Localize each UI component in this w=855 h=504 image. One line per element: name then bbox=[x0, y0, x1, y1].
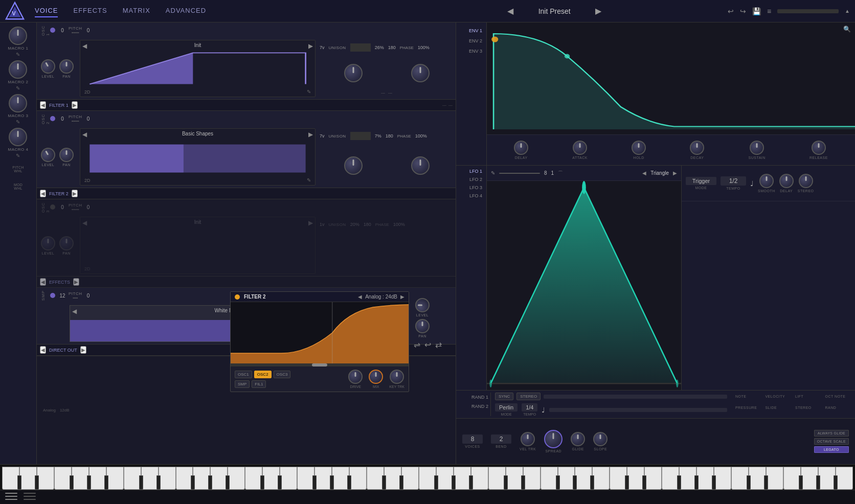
white-key[interactable] bbox=[54, 467, 72, 490]
osc1-pitch-val[interactable]: 0 bbox=[58, 28, 66, 33]
spread-knob[interactable] bbox=[544, 430, 562, 448]
osc3-filter-prev[interactable]: ◀ bbox=[40, 278, 46, 286]
macro-2-knob[interactable] bbox=[9, 60, 27, 79]
black-key[interactable] bbox=[208, 475, 212, 490]
white-key[interactable] bbox=[297, 467, 314, 490]
filter-smp-btn[interactable]: SMP bbox=[235, 380, 250, 388]
smp-filter-prev[interactable]: ◀ bbox=[40, 346, 46, 354]
filter-osc1-btn[interactable]: OSC1 bbox=[235, 371, 252, 378]
tab-matrix[interactable]: MATRIX bbox=[123, 5, 150, 17]
black-key[interactable] bbox=[104, 475, 108, 490]
filter-active-dot[interactable] bbox=[235, 294, 240, 300]
white-key[interactable] bbox=[454, 467, 471, 490]
white-key[interactable] bbox=[2, 467, 19, 490]
smp-wave-prev[interactable]: ◀ bbox=[72, 308, 77, 315]
osc3-wave-next[interactable]: ▶ bbox=[308, 219, 313, 226]
always-glide-btn[interactable]: ALWAYS GLIDE bbox=[814, 430, 849, 437]
lfo-rate-a[interactable]: 8 bbox=[544, 170, 547, 176]
white-key[interactable] bbox=[367, 467, 384, 490]
osc2-level-knob[interactable] bbox=[38, 145, 58, 164]
preset-prev-button[interactable]: ◀ bbox=[507, 6, 513, 16]
white-key[interactable] bbox=[89, 467, 106, 490]
smp-pan-knob[interactable] bbox=[415, 319, 430, 333]
white-key[interactable] bbox=[210, 467, 228, 490]
env-sustain-knob[interactable] bbox=[750, 141, 764, 155]
black-key[interactable] bbox=[434, 475, 438, 490]
black-key[interactable] bbox=[799, 475, 803, 490]
white-key[interactable] bbox=[696, 467, 714, 490]
black-key[interactable] bbox=[816, 475, 820, 490]
lfo3-tab[interactable]: LFO 3 bbox=[458, 184, 484, 191]
lfo-shape-prev[interactable]: ◀ bbox=[642, 170, 646, 176]
env3-tab[interactable]: ENV 3 bbox=[458, 47, 484, 55]
osc2-unison-detune-knob[interactable] bbox=[344, 156, 363, 175]
black-key[interactable] bbox=[156, 475, 161, 490]
rand1-tab[interactable]: RAND 1 bbox=[462, 395, 488, 400]
osc1-pan-knob[interactable] bbox=[59, 59, 74, 74]
osc2-pitch2-val[interactable]: 0 bbox=[84, 116, 93, 122]
white-key[interactable] bbox=[575, 467, 592, 490]
osc1-wave-next[interactable]: ▶ bbox=[308, 42, 313, 50]
osc2-filter-prev[interactable]: ◀ bbox=[40, 190, 46, 197]
black-key[interactable] bbox=[87, 475, 91, 490]
smp-enable[interactable] bbox=[50, 293, 55, 298]
osc1-filter-prev[interactable]: ◀ bbox=[40, 101, 46, 109]
white-key[interactable] bbox=[506, 467, 523, 490]
white-key[interactable] bbox=[280, 467, 297, 490]
macro-3-edit-icon[interactable]: ✎ bbox=[16, 119, 20, 125]
white-key[interactable] bbox=[627, 467, 644, 490]
lfo-delay-knob[interactable] bbox=[779, 174, 794, 188]
osc1-level-knob[interactable] bbox=[38, 56, 58, 76]
filter-osc2-btn[interactable]: OSC2 bbox=[254, 371, 272, 378]
osc3-wave-prev[interactable]: ◀ bbox=[82, 219, 87, 226]
black-key[interactable] bbox=[278, 475, 282, 490]
osc2-enable[interactable] bbox=[50, 116, 55, 121]
lfo-pencil-icon[interactable]: ✎ bbox=[491, 170, 495, 176]
white-key[interactable] bbox=[783, 467, 801, 490]
list-icon[interactable] bbox=[24, 493, 36, 502]
osc2-wave-prev[interactable]: ◀ bbox=[82, 131, 87, 138]
white-key[interactable] bbox=[401, 467, 419, 490]
white-key[interactable] bbox=[349, 467, 367, 490]
menu-icon[interactable]: ≡ bbox=[767, 7, 771, 15]
white-key[interactable] bbox=[836, 467, 853, 490]
lfo4-tab[interactable]: LFO 4 bbox=[458, 192, 484, 199]
osc3-pitch-val[interactable]: 0 bbox=[58, 204, 66, 210]
tab-effects[interactable]: EFFECTS bbox=[73, 5, 107, 17]
smp-random-icon[interactable]: ⇌ bbox=[414, 340, 420, 350]
logo[interactable]: V bbox=[5, 2, 25, 21]
smp-pingpong-icon[interactable]: ↩ bbox=[424, 340, 431, 350]
white-key[interactable] bbox=[193, 467, 210, 490]
env1-tab[interactable]: ENV 1 bbox=[458, 27, 484, 35]
macro-4-knob[interactable] bbox=[9, 128, 27, 146]
lfo-stereo-knob[interactable] bbox=[799, 174, 813, 188]
osc3-pitch2-val[interactable]: 0 bbox=[84, 204, 93, 210]
bend-val[interactable]: 2 bbox=[491, 434, 511, 444]
slope-knob[interactable] bbox=[593, 432, 608, 446]
osc1-enable[interactable] bbox=[50, 28, 55, 33]
undo-icon[interactable]: ↩ bbox=[728, 7, 734, 15]
black-key[interactable] bbox=[312, 475, 317, 490]
black-key[interactable] bbox=[399, 475, 403, 490]
osc1-filter-next[interactable]: ▶ bbox=[72, 101, 78, 109]
macro-1-edit-icon[interactable]: ✎ bbox=[16, 52, 20, 57]
white-key[interactable] bbox=[644, 467, 662, 490]
black-key[interactable] bbox=[504, 475, 508, 490]
black-key[interactable] bbox=[139, 475, 143, 490]
osc2-pitch-val[interactable]: 0 bbox=[58, 116, 66, 122]
save-icon[interactable]: 💾 bbox=[752, 7, 761, 15]
black-key[interactable] bbox=[521, 475, 525, 490]
black-key[interactable] bbox=[694, 475, 699, 490]
white-key[interactable] bbox=[245, 467, 262, 490]
black-key[interactable] bbox=[70, 475, 74, 490]
white-key[interactable] bbox=[523, 467, 541, 490]
white-key[interactable] bbox=[679, 467, 696, 490]
veltrk-knob[interactable] bbox=[521, 432, 535, 446]
preset-next-button[interactable]: ▶ bbox=[595, 6, 601, 16]
lfo-smooth-knob[interactable] bbox=[759, 174, 774, 188]
lfo2-tab[interactable]: LFO 2 bbox=[458, 176, 484, 183]
filter-fil1-btn[interactable]: FIL1 bbox=[252, 380, 266, 388]
black-key[interactable] bbox=[17, 475, 21, 490]
octave-scale-btn[interactable]: OCTAVE SCALE bbox=[814, 438, 849, 445]
white-key[interactable] bbox=[766, 467, 783, 490]
